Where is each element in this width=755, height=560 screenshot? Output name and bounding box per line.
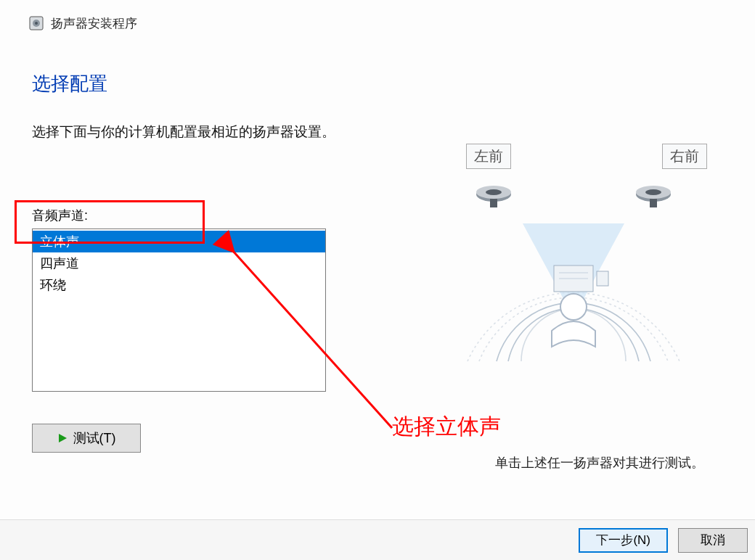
next-button[interactable]: 下一步(N) <box>579 528 668 553</box>
cancel-button[interactable]: 取消 <box>678 528 748 553</box>
channel-option-quad[interactable]: 四声道 <box>33 252 325 274</box>
speaker-layout-illustration[interactable] <box>436 144 711 376</box>
speaker-label-left-front: 左前 <box>466 144 511 169</box>
test-button[interactable]: 测试(T) <box>32 424 141 453</box>
svg-rect-7 <box>597 271 608 286</box>
svg-point-11 <box>486 189 502 195</box>
svg-rect-16 <box>650 199 657 207</box>
test-button-label: 测试(T) <box>73 429 116 447</box>
speaker-diagram: 左前 右前 <box>436 138 711 379</box>
page-heading: 选择配置 <box>32 71 726 96</box>
left-front-speaker-icon <box>476 186 511 207</box>
svg-point-15 <box>645 189 661 195</box>
channel-option-stereo[interactable]: 立体声 <box>33 231 325 252</box>
speaker-label-right-front: 右前 <box>662 144 707 169</box>
svg-point-2 <box>35 22 38 25</box>
channel-label: 音频声道: <box>32 207 351 224</box>
next-button-label: 下一步(N) <box>596 532 650 548</box>
speaker-test-hint: 单击上述任一扬声器对其进行测试。 <box>495 454 704 472</box>
svg-rect-12 <box>490 199 497 207</box>
footer-bar: 下一步(N) 取消 <box>0 519 755 560</box>
titlebar: 扬声器安装程序 <box>0 0 755 36</box>
right-front-speaker-icon <box>636 186 671 207</box>
channel-option-surround[interactable]: 环绕 <box>33 274 325 296</box>
speaker-app-icon <box>29 16 44 30</box>
play-icon <box>57 433 68 443</box>
window-title: 扬声器安装程序 <box>51 15 137 32</box>
svg-point-8 <box>560 294 587 320</box>
cancel-button-label: 取消 <box>701 532 725 548</box>
channel-listbox[interactable]: 立体声 四声道 环绕 <box>32 228 326 392</box>
svg-marker-3 <box>59 434 67 442</box>
